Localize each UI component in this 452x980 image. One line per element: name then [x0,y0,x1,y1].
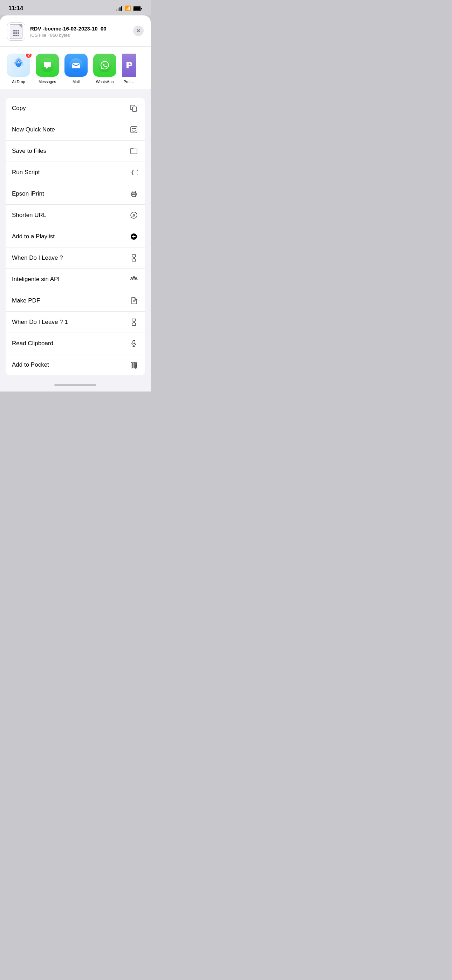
compass-icon [129,210,139,220]
whatsapp-label: WhatsApp [96,80,114,84]
waveform-icon [129,274,139,284]
script-icon: { } [129,167,139,177]
app-item-whatsapp[interactable]: WhatsApp [93,54,116,84]
close-button[interactable]: ✕ [133,25,144,36]
whatsapp-icon [93,54,116,77]
proton-label: Prot… [123,80,134,84]
make-pdf-action[interactable]: Make PDF [6,290,145,312]
file-header: RDV -boeme-16-03-2023-10_00 ICS File · 8… [0,16,151,47]
close-icon: ✕ [136,28,140,33]
svg-rect-26 [133,362,135,368]
epson-iprint-label: Epson iPrint [12,190,44,197]
app-item-airdrop[interactable]: 2 AirDrop [7,54,30,84]
file-meta: ICS File · 860 bytes [30,33,144,38]
when-do-i-leave-1-label: When Do I Leave ? 1 [12,318,68,326]
app-item-proton[interactable]: Prot… [122,54,136,84]
folder-icon [129,146,139,156]
file-info: RDV -boeme-16-03-2023-10_00 ICS File · 8… [30,25,144,38]
save-to-files-label: Save to Files [12,148,46,154]
file-icon [7,22,25,41]
svg-rect-25 [131,363,132,368]
copy-action[interactable]: Copy [6,98,145,119]
mail-label: Mail [73,80,80,84]
app-icon-wrap-airdrop: 2 [7,54,30,77]
app-icon-wrap-whatsapp [93,54,116,77]
when-do-i-leave-action[interactable]: When Do I Leave ? [6,247,145,269]
books-icon [129,360,139,370]
app-item-mail[interactable]: Mail [64,54,88,84]
svg-rect-9 [131,127,137,133]
add-to-playlist-label: Add to a Playlist [12,233,55,240]
svg-rect-2 [134,7,140,10]
document-icon [129,296,139,305]
action-list: Copy New Quick Note [6,98,145,375]
svg-point-3 [16,63,21,67]
when-do-i-leave-1-action[interactable]: When Do I Leave ? 1 [6,312,145,333]
hourglass-icon [129,253,139,263]
new-quick-note-action[interactable]: New Quick Note [6,119,145,140]
new-quick-note-label: New Quick Note [12,126,55,133]
run-script-label: Run Script [12,169,40,176]
read-clipboard-action[interactable]: Read Clipboard [6,333,145,354]
run-script-action[interactable]: Run Script { } [6,162,145,183]
add-to-playlist-action[interactable]: Add to a Playlist [6,226,145,247]
airdrop-badge: 2 [25,54,32,59]
status-bar: 11:14 📶 [0,0,151,16]
copy-icon [129,103,139,113]
save-to-files-action[interactable]: Save to Files [6,140,145,162]
printer-icon [129,189,139,199]
status-time: 11:14 [8,5,23,12]
svg-point-7 [98,58,112,72]
file-name: RDV -boeme-16-03-2023-10_00 [30,25,144,32]
mail-icon [64,54,88,77]
inteligente-sin-api-action[interactable]: Inteligente sin API [6,269,145,290]
shorten-url-label: Shorten URL [12,212,46,219]
messages-label: Messages [38,80,56,84]
proton-icon [122,54,136,77]
microphone-icon [129,339,139,348]
share-sheet: RDV -boeme-16-03-2023-10_00 ICS File · 8… [0,16,151,380]
home-indicator [0,380,151,391]
wifi-icon: 📶 [124,5,131,11]
epson-iprint-action[interactable]: Epson iPrint [6,183,145,205]
inteligente-sin-api-label: Inteligente sin API [12,276,60,283]
app-icon-wrap-mail [64,54,88,77]
hourglass-2-icon [129,317,139,327]
copy-label: Copy [12,105,26,112]
status-icons: 📶 [116,5,142,11]
when-do-i-leave-label: When Do I Leave ? [12,255,63,261]
airdrop-label: AirDrop [12,80,25,84]
app-item-messages[interactable]: Messages [36,54,59,84]
messages-icon [36,54,59,77]
add-to-pocket-label: Add to Pocket [12,361,49,368]
battery-icon [133,6,142,11]
svg-text:{ }: { } [131,170,138,175]
apps-section: 2 AirDrop [0,47,151,92]
make-pdf-label: Make PDF [12,297,40,304]
shorten-url-action[interactable]: Shorten URL [6,205,145,226]
svg-rect-22 [133,340,135,344]
home-bar [54,384,96,386]
app-icon-wrap-messages [36,54,59,77]
add-circle-icon [129,232,139,242]
svg-point-14 [135,194,136,194]
quick-note-icon [129,125,139,135]
svg-rect-8 [132,107,137,111]
apps-scroll: 2 AirDrop [0,54,151,84]
svg-rect-12 [132,194,135,197]
svg-point-16 [134,215,134,216]
add-to-pocket-action[interactable]: Add to Pocket [6,354,145,375]
svg-rect-1 [141,8,142,10]
read-clipboard-label: Read Clipboard [12,340,53,347]
app-icon-wrap-proton [122,54,136,77]
signal-icon [116,6,122,11]
